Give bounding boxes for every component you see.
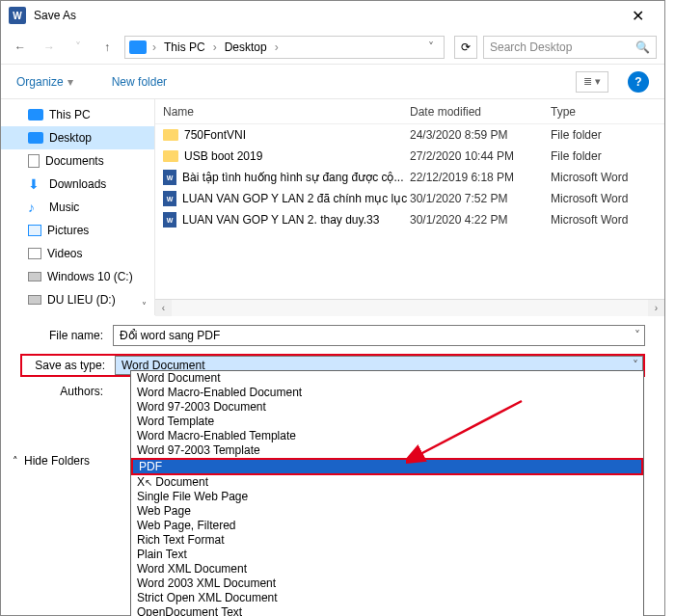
- folder-icon: [163, 150, 178, 162]
- dropdown-item-word-xml-document[interactable]: Word XML Document: [131, 562, 643, 576]
- sidebar-item-label: Documents: [45, 154, 104, 168]
- refresh-button[interactable]: ⟳: [454, 36, 477, 59]
- file-date: 24/3/2020 8:59 PM: [410, 128, 551, 142]
- chevron-down-icon[interactable]: ˅: [634, 329, 640, 342]
- file-row[interactable]: WBài tập tình huống hình sự đang được cộ…: [155, 167, 664, 188]
- filename-input[interactable]: Đổi word sang PDF ˅: [113, 325, 645, 346]
- dropdown-item-opendocument-text[interactable]: OpenDocument Text: [131, 605, 643, 616]
- titlebar: W Save As ✕: [1, 1, 664, 30]
- navbar: ← → ˅ ↑ › This PC › Desktop › ˅ ⟳ Search…: [1, 30, 664, 65]
- file-row[interactable]: USB boot 201927/2/2020 10:44 PMFile fold…: [155, 146, 664, 167]
- nav-recent-button[interactable]: ˅: [67, 36, 90, 59]
- dropdown-item-single-file-web-page[interactable]: Single File Web Page: [131, 490, 643, 504]
- dialog-title: Save As: [34, 9, 618, 22]
- dropdown-item-word-macro-enabled-template[interactable]: Word Macro-Enabled Template: [131, 429, 643, 443]
- file-date: 22/12/2019 6:18 PM: [410, 171, 551, 184]
- search-input[interactable]: Search Desktop 🔍: [483, 36, 657, 59]
- scroll-track[interactable]: [172, 300, 648, 316]
- nav-forward-button[interactable]: →: [38, 36, 61, 59]
- word-doc-icon: W: [163, 170, 176, 185]
- file-type: File folder: [551, 128, 664, 142]
- help-button[interactable]: ?: [628, 71, 649, 93]
- filename-label: File name:: [20, 329, 113, 342]
- sidebar-item-music[interactable]: ♪Music: [1, 196, 154, 219]
- horizontal-scrollbar[interactable]: ‹ ›: [155, 299, 664, 315]
- file-type: File folder: [551, 149, 664, 163]
- file-type: Microsoft Word: [551, 192, 664, 205]
- dropdown-item-web-page[interactable]: Web Page: [131, 504, 643, 519]
- dropdown-item-word-document[interactable]: Word Document: [131, 371, 643, 386]
- authors-label: Authors:: [20, 385, 113, 398]
- sidebar-item-label: Windows 10 (C:): [47, 270, 133, 283]
- dropdown-item-word-macro-enabled-document[interactable]: Word Macro-Enabled Document: [131, 386, 643, 400]
- sidebar-item-label: Pictures: [47, 224, 89, 237]
- chevron-right-icon: ›: [152, 40, 156, 54]
- sidebar-item-label: Downloads: [49, 177, 106, 191]
- close-button[interactable]: ✕: [618, 1, 657, 30]
- file-row[interactable]: WLUAN VAN GOP Y LAN 2 đã chính mục lục30…: [155, 188, 664, 209]
- dropdown-item-plain-text[interactable]: Plain Text: [131, 548, 643, 562]
- file-row[interactable]: WLUAN VAN GOP Y LAN 2. thay duy.3330/1/2…: [155, 209, 664, 230]
- sidebar-item-windows-10-c-[interactable]: Windows 10 (C:): [1, 265, 154, 288]
- file-area: Name Date modified Type 750FontVNI24/3/2…: [155, 99, 664, 315]
- nav-back-button[interactable]: ←: [9, 36, 32, 59]
- sidebar-item-label: DU LIEU (D:): [47, 293, 116, 307]
- organize-button[interactable]: Organize▾: [16, 75, 73, 89]
- chevron-down-icon: ▾: [68, 75, 73, 89]
- pc-icon: [129, 40, 147, 54]
- search-placeholder: Search Desktop: [490, 40, 572, 54]
- dropdown-item-strict-open-xml-document[interactable]: Strict Open XML Document: [131, 591, 643, 605]
- address-bar[interactable]: › This PC › Desktop › ˅: [124, 36, 445, 59]
- sidebar-item-pictures[interactable]: Pictures: [1, 219, 154, 242]
- nav-up-button[interactable]: ↑: [95, 36, 119, 59]
- dropdown-item-word-97-2003-template[interactable]: Word 97-2003 Template: [131, 443, 643, 458]
- file-row[interactable]: 750FontVNI24/3/2020 8:59 PMFile folder: [155, 124, 664, 146]
- col-header-name[interactable]: Name: [163, 105, 410, 119]
- sidebar-item-this-pc[interactable]: This PC: [1, 103, 154, 126]
- folder-icon: [163, 129, 178, 141]
- sidebar-scroll-down-icon[interactable]: ˅: [142, 301, 147, 311]
- file-date: 27/2/2020 10:44 PM: [410, 149, 551, 163]
- sidebar-item-downloads[interactable]: ⬇Downloads: [1, 173, 154, 196]
- address-dropdown-icon[interactable]: ˅: [422, 40, 440, 54]
- chevron-right-icon: ›: [275, 40, 279, 54]
- savetype-dropdown[interactable]: Word DocumentWord Macro-Enabled Document…: [130, 370, 644, 616]
- sidebar-item-desktop[interactable]: Desktop: [1, 126, 154, 149]
- cursor-icon: ↖: [145, 477, 152, 488]
- chevron-right-icon: ›: [213, 40, 217, 54]
- dropdown-item-word-template[interactable]: Word Template: [131, 415, 643, 429]
- file-list[interactable]: 750FontVNI24/3/2020 8:59 PMFile folderUS…: [155, 124, 664, 299]
- toolbar: Organize▾ New folder ≣ ▾ ?: [1, 65, 664, 99]
- col-header-date[interactable]: Date modified: [410, 105, 551, 119]
- breadcrumb-this-pc[interactable]: This PC: [160, 40, 209, 54]
- scroll-right-icon[interactable]: ›: [648, 300, 664, 316]
- breadcrumb-desktop[interactable]: Desktop: [221, 40, 271, 54]
- word-doc-icon: W: [163, 191, 176, 206]
- col-header-type[interactable]: Type: [551, 105, 664, 119]
- word-app-icon: W: [9, 7, 26, 24]
- sidebar-item-label: Videos: [47, 247, 82, 260]
- file-name: 750FontVNI: [184, 128, 246, 142]
- sidebar-item-videos[interactable]: Videos: [1, 242, 154, 265]
- dropdown-item-xps-document[interactable]: X↖ Document: [131, 475, 643, 490]
- dropdown-item-word-97-2003-document[interactable]: Word 97-2003 Document: [131, 400, 643, 415]
- sidebar-item-label: Music: [49, 201, 79, 214]
- file-name: Bài tập tình huống hình sự đang được cộ.…: [182, 171, 403, 184]
- file-date: 30/1/2020 4:22 PM: [410, 213, 551, 227]
- hide-folders-button[interactable]: ˄ Hide Folders: [13, 454, 90, 468]
- sidebar-item-du-lieu-d-[interactable]: DU LIEU (D:): [1, 288, 154, 311]
- view-options-button[interactable]: ≣ ▾: [576, 71, 608, 93]
- dropdown-item-pdf[interactable]: PDF: [131, 458, 643, 475]
- file-name: LUAN VAN GOP Y LAN 2. thay duy.33: [182, 213, 379, 227]
- new-folder-button[interactable]: New folder: [112, 75, 167, 89]
- scroll-left-icon[interactable]: ‹: [155, 300, 172, 316]
- file-name: LUAN VAN GOP Y LAN 2 đã chính mục lục: [182, 192, 407, 205]
- dropdown-item-web-page-filtered[interactable]: Web Page, Filtered: [131, 519, 643, 533]
- file-name: USB boot 2019: [184, 149, 262, 163]
- sidebar: This PCDesktopDocuments⬇Downloads♪MusicP…: [1, 99, 155, 315]
- word-doc-icon: W: [163, 212, 176, 228]
- dropdown-item-rich-text-format[interactable]: Rich Text Format: [131, 533, 643, 548]
- dropdown-item-word-2003-xml-document[interactable]: Word 2003 XML Document: [131, 576, 643, 591]
- file-type: Microsoft Word: [551, 171, 664, 184]
- sidebar-item-documents[interactable]: Documents: [1, 149, 154, 173]
